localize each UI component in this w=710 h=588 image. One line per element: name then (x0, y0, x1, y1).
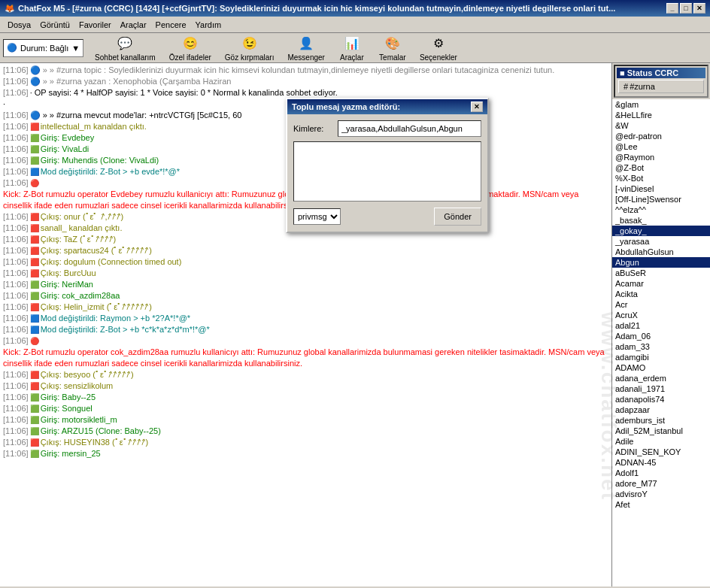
modal-overlay: Toplu mesaj yazma editörü: ✕ Kimlere: pr… (0, 0, 710, 586)
modal-send-button[interactable]: Gönder (434, 208, 481, 226)
modal-type-select[interactable]: privmsg notice action (293, 208, 341, 225)
modal-close-button[interactable]: ✕ (471, 102, 483, 112)
modal-message-textarea[interactable] (293, 141, 481, 202)
modal-dialog: Toplu mesaj yazma editörü: ✕ Kimlere: pr… (286, 98, 489, 233)
modal-body: Kimlere: privmsg notice action Gönder (287, 114, 487, 232)
modal-bottom-row: privmsg notice action Gönder (293, 208, 481, 226)
modal-title-bar: Toplu mesaj yazma editörü: ✕ (287, 99, 487, 114)
modal-recipients-row: Kimlere: (293, 120, 481, 137)
modal-recipients-label: Kimlere: (293, 124, 335, 133)
modal-recipients-input[interactable] (338, 120, 481, 137)
